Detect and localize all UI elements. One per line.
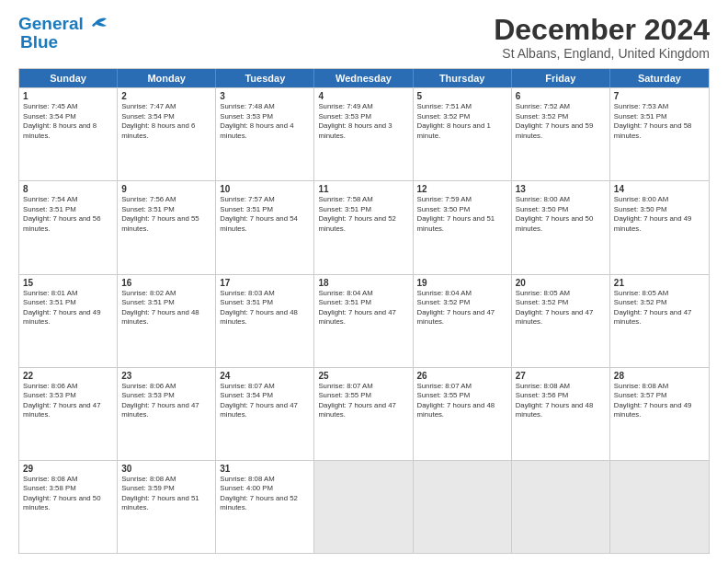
day-cell-8: 8Sunrise: 7:54 AMSunset: 3:51 PMDaylight… (19, 181, 118, 273)
day-cell-23: 23Sunrise: 8:06 AMSunset: 3:53 PMDayligh… (118, 368, 216, 460)
day-number: 20 (516, 278, 606, 288)
day-number: 2 (121, 91, 211, 101)
day-number: 5 (417, 91, 507, 101)
day-number: 18 (318, 278, 408, 288)
calendar-week-1: 1Sunrise: 7:45 AMSunset: 3:54 PMDaylight… (19, 87, 709, 180)
day-number: 14 (614, 184, 705, 194)
day-number: 21 (614, 278, 705, 288)
header-day-saturday: Saturday (610, 69, 709, 87)
day-number: 10 (220, 184, 310, 194)
day-cell-17: 17Sunrise: 8:03 AMSunset: 3:51 PMDayligh… (216, 275, 314, 367)
day-number: 4 (318, 91, 408, 101)
main-title: December 2024 (494, 14, 710, 46)
day-number: 30 (121, 464, 211, 474)
day-number: 23 (121, 371, 211, 381)
logo-blue-text: Blue (20, 34, 58, 50)
day-info: Sunrise: 7:54 AMSunset: 3:51 PMDaylight:… (23, 195, 113, 234)
day-number: 8 (23, 184, 113, 194)
day-number: 7 (614, 91, 705, 101)
header-day-tuesday: Tuesday (216, 69, 314, 87)
day-cell-12: 12Sunrise: 7:59 AMSunset: 3:50 PMDayligh… (414, 181, 512, 273)
day-number: 25 (318, 371, 408, 381)
calendar-week-3: 15Sunrise: 8:01 AMSunset: 3:51 PMDayligh… (19, 274, 709, 367)
day-number: 16 (121, 278, 211, 288)
day-cell-30: 30Sunrise: 8:08 AMSunset: 3:59 PMDayligh… (118, 461, 216, 553)
day-number: 26 (417, 371, 507, 381)
day-cell-15: 15Sunrise: 8:01 AMSunset: 3:51 PMDayligh… (19, 275, 118, 367)
day-cell-11: 11Sunrise: 7:58 AMSunset: 3:51 PMDayligh… (314, 181, 413, 273)
day-info: Sunrise: 8:04 AMSunset: 3:52 PMDaylight:… (417, 289, 507, 327)
logo: General Blue (18, 14, 112, 50)
day-cell-9: 9Sunrise: 7:56 AMSunset: 3:51 PMDaylight… (118, 181, 216, 273)
day-info: Sunrise: 8:07 AMSunset: 3:54 PMDaylight:… (220, 382, 310, 420)
day-number: 1 (23, 91, 113, 101)
subtitle: St Albans, England, United Kingdom (494, 46, 710, 61)
header-day-thursday: Thursday (414, 69, 512, 87)
day-info: Sunrise: 7:59 AMSunset: 3:50 PMDaylight:… (417, 195, 507, 234)
day-info: Sunrise: 7:56 AMSunset: 3:51 PMDaylight:… (121, 195, 211, 234)
day-number: 13 (516, 184, 606, 194)
day-cell-20: 20Sunrise: 8:05 AMSunset: 3:52 PMDayligh… (512, 275, 610, 367)
day-info: Sunrise: 7:57 AMSunset: 3:51 PMDaylight:… (220, 195, 310, 234)
day-info: Sunrise: 7:53 AMSunset: 3:51 PMDaylight:… (614, 102, 705, 141)
day-info: Sunrise: 8:08 AMSunset: 3:56 PMDaylight:… (516, 382, 606, 420)
header-day-monday: Monday (118, 69, 216, 87)
day-info: Sunrise: 7:51 AMSunset: 3:52 PMDaylight:… (417, 102, 507, 141)
day-number: 3 (220, 91, 310, 101)
day-number: 15 (23, 278, 113, 288)
day-info: Sunrise: 8:08 AMSunset: 4:00 PMDaylight:… (220, 475, 310, 513)
day-cell-2: 2Sunrise: 7:47 AMSunset: 3:54 PMDaylight… (118, 88, 216, 180)
page-header: General Blue December 2024 St Albans, En… (18, 14, 710, 61)
calendar-body: 1Sunrise: 7:45 AMSunset: 3:54 PMDaylight… (19, 87, 709, 553)
day-info: Sunrise: 7:52 AMSunset: 3:52 PMDaylight:… (516, 102, 606, 141)
day-info: Sunrise: 8:06 AMSunset: 3:53 PMDaylight:… (23, 382, 113, 420)
day-info: Sunrise: 8:08 AMSunset: 3:59 PMDaylight:… (121, 475, 211, 513)
day-cell-28: 28Sunrise: 8:08 AMSunset: 3:57 PMDayligh… (610, 368, 709, 460)
day-info: Sunrise: 8:08 AMSunset: 3:57 PMDaylight:… (614, 382, 705, 420)
day-cell-14: 14Sunrise: 8:00 AMSunset: 3:50 PMDayligh… (610, 181, 709, 273)
calendar: SundayMondayTuesdayWednesdayThursdayFrid… (18, 68, 710, 554)
day-info: Sunrise: 8:03 AMSunset: 3:51 PMDaylight:… (220, 289, 310, 327)
logo-bird-icon (86, 15, 112, 33)
day-cell-10: 10Sunrise: 7:57 AMSunset: 3:51 PMDayligh… (216, 181, 314, 273)
empty-cell (414, 461, 512, 553)
day-cell-29: 29Sunrise: 8:08 AMSunset: 3:58 PMDayligh… (19, 461, 118, 553)
title-block: December 2024 St Albans, England, United… (494, 14, 710, 61)
day-number: 12 (417, 184, 507, 194)
day-info: Sunrise: 8:08 AMSunset: 3:58 PMDaylight:… (23, 475, 113, 513)
day-cell-22: 22Sunrise: 8:06 AMSunset: 3:53 PMDayligh… (19, 368, 118, 460)
day-info: Sunrise: 8:02 AMSunset: 3:51 PMDaylight:… (121, 289, 211, 327)
day-info: Sunrise: 8:01 AMSunset: 3:51 PMDaylight:… (23, 289, 113, 327)
day-cell-24: 24Sunrise: 8:07 AMSunset: 3:54 PMDayligh… (216, 368, 314, 460)
day-info: Sunrise: 7:58 AMSunset: 3:51 PMDaylight:… (318, 195, 408, 234)
day-number: 27 (516, 371, 606, 381)
day-info: Sunrise: 8:00 AMSunset: 3:50 PMDaylight:… (614, 195, 705, 234)
day-cell-27: 27Sunrise: 8:08 AMSunset: 3:56 PMDayligh… (512, 368, 610, 460)
day-cell-6: 6Sunrise: 7:52 AMSunset: 3:52 PMDaylight… (512, 88, 610, 180)
day-number: 22 (23, 371, 113, 381)
day-cell-13: 13Sunrise: 8:00 AMSunset: 3:50 PMDayligh… (512, 181, 610, 273)
day-number: 29 (23, 464, 113, 474)
day-info: Sunrise: 7:49 AMSunset: 3:53 PMDaylight:… (318, 102, 408, 141)
day-cell-7: 7Sunrise: 7:53 AMSunset: 3:51 PMDaylight… (610, 88, 709, 180)
day-cell-5: 5Sunrise: 7:51 AMSunset: 3:52 PMDaylight… (414, 88, 512, 180)
day-info: Sunrise: 7:47 AMSunset: 3:54 PMDaylight:… (121, 102, 211, 141)
day-cell-3: 3Sunrise: 7:48 AMSunset: 3:53 PMDaylight… (216, 88, 314, 180)
day-info: Sunrise: 8:05 AMSunset: 3:52 PMDaylight:… (516, 289, 606, 327)
day-cell-4: 4Sunrise: 7:49 AMSunset: 3:53 PMDaylight… (314, 88, 413, 180)
day-number: 28 (614, 371, 705, 381)
day-info: Sunrise: 8:07 AMSunset: 3:55 PMDaylight:… (417, 382, 507, 420)
day-cell-21: 21Sunrise: 8:05 AMSunset: 3:52 PMDayligh… (610, 275, 709, 367)
header-day-wednesday: Wednesday (314, 69, 413, 87)
day-cell-31: 31Sunrise: 8:08 AMSunset: 4:00 PMDayligh… (216, 461, 314, 553)
day-cell-1: 1Sunrise: 7:45 AMSunset: 3:54 PMDaylight… (19, 88, 118, 180)
calendar-week-4: 22Sunrise: 8:06 AMSunset: 3:53 PMDayligh… (19, 367, 709, 460)
day-info: Sunrise: 8:04 AMSunset: 3:51 PMDaylight:… (318, 289, 408, 327)
day-cell-26: 26Sunrise: 8:07 AMSunset: 3:55 PMDayligh… (414, 368, 512, 460)
calendar-week-5: 29Sunrise: 8:08 AMSunset: 3:58 PMDayligh… (19, 460, 709, 553)
day-number: 11 (318, 184, 408, 194)
day-number: 24 (220, 371, 310, 381)
day-info: Sunrise: 7:45 AMSunset: 3:54 PMDaylight:… (23, 102, 113, 141)
day-number: 31 (220, 464, 310, 474)
logo-text: General (18, 14, 84, 34)
